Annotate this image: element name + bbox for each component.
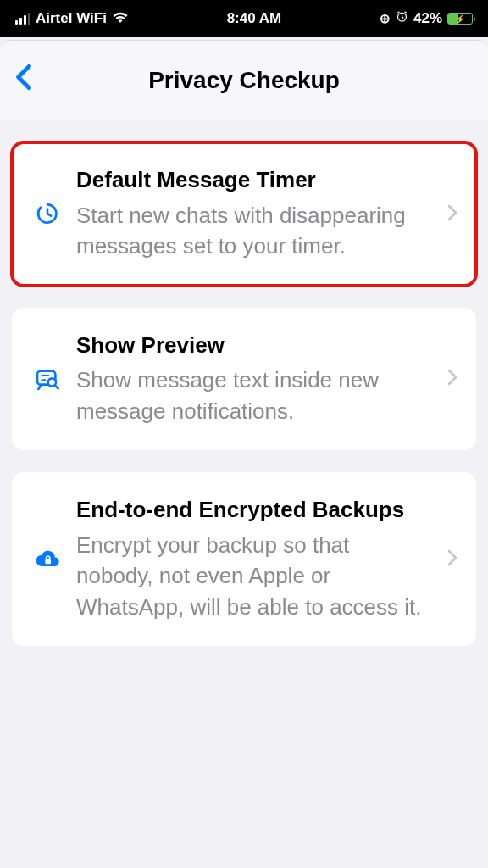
preview-icon [30,365,64,392]
cloud-lock-icon [30,546,64,573]
status-time: 8:40 AM [227,10,282,27]
back-button[interactable] [8,63,39,98]
status-bar: Airtel WiFi 8:40 AM ⊕ 42% ⚡ [0,0,488,37]
card-body: Default Message Timer Start new chats wi… [64,166,447,262]
card-body: Show Preview Show message text inside ne… [64,331,447,427]
wifi-icon [112,10,129,28]
signal-icon [15,13,30,25]
card-title: End-to-end Encrypted Backups [76,496,430,525]
svg-rect-6 [45,559,51,564]
alarm-icon [396,10,408,27]
status-left: Airtel WiFi [15,10,129,28]
chevron-right-icon [447,201,458,227]
default-message-timer-row[interactable]: Default Message Timer Start new chats wi… [12,142,476,286]
card-description: Encrypt your backup so that nobody, not … [76,530,430,622]
svg-point-1 [38,209,41,211]
nav-header: Privacy Checkup [0,40,488,120]
card-description: Start new chats with disappearing messag… [76,200,430,262]
status-right: ⊕ 42% ⚡ [380,10,473,27]
chevron-right-icon [447,365,458,392]
carrier-label: Airtel WiFi [36,10,107,27]
card-title: Show Preview [76,331,430,360]
timer-icon [30,200,64,227]
page-title: Privacy Checkup [14,67,474,94]
chevron-right-icon [447,546,458,572]
battery-icon: ⚡ [447,13,473,25]
card-body: End-to-end Encrypted Backups Encrypt you… [64,496,447,622]
encrypted-backups-row[interactable]: End-to-end Encrypted Backups Encrypt you… [12,472,476,646]
content-area: Default Message Timer Start new chats wi… [0,142,488,646]
card-description: Show message text inside new message not… [76,364,430,426]
battery-pct: 42% [413,10,442,27]
rotation-lock-icon: ⊕ [380,11,391,26]
card-title: Default Message Timer [76,166,430,195]
show-preview-row[interactable]: Show Preview Show message text inside ne… [12,308,476,451]
svg-point-2 [37,211,40,214]
svg-point-3 [37,214,40,216]
